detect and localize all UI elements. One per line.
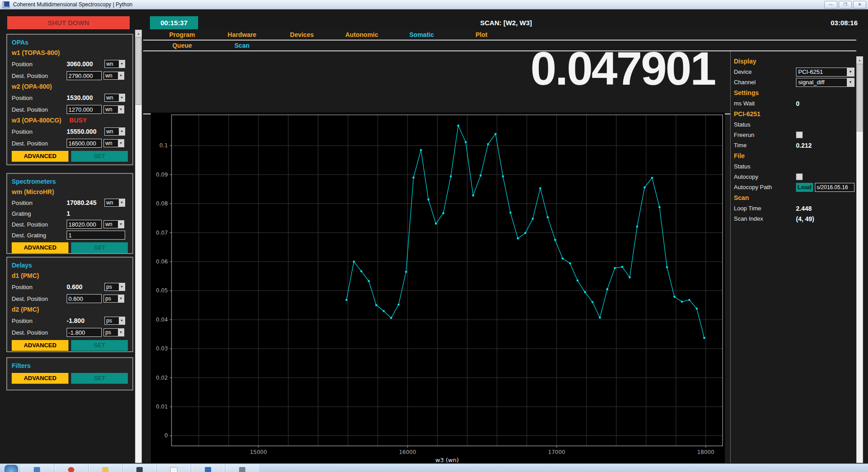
tab-autonomic[interactable]: Autonomic	[332, 30, 392, 40]
tab-hardware[interactable]: Hardware	[212, 30, 272, 40]
browser-icon	[68, 467, 74, 472]
dropdown-arrow-icon[interactable]: ▼	[118, 329, 124, 336]
w1-position-units-dropdown[interactable]: wn ▼	[104, 60, 125, 68]
svg-text:0.1: 0.1	[159, 142, 168, 149]
tab-scan[interactable]: Scan	[212, 41, 272, 50]
scroll-up-icon[interactable]: ▲	[857, 57, 863, 64]
start-button[interactable]	[5, 465, 18, 472]
w1-dest-units-dropdown[interactable]: wn ▼	[104, 72, 124, 80]
taskbar-button-app-window[interactable]	[21, 465, 53, 472]
scroll-up-icon[interactable]: ▲	[136, 30, 141, 37]
w3-position-label: Position	[12, 128, 67, 135]
dropdown-arrow-icon[interactable]: ▼	[847, 68, 854, 76]
settings-section-header: Settings	[734, 89, 759, 96]
maximize-button[interactable]: ❐	[839, 1, 852, 9]
d1-dest-units-dropdown[interactable]: ps ▼	[104, 295, 124, 303]
dropdown-arrow-icon[interactable]: ▼	[118, 106, 124, 113]
wm-position-value: 17080.245	[67, 199, 103, 206]
filters-advanced-button[interactable]: ADVANCED	[12, 373, 68, 384]
d1-dest-input[interactable]	[67, 294, 102, 303]
system-clock: 03:08:16	[831, 19, 858, 27]
delays-set-button[interactable]: SET	[71, 340, 128, 351]
right-scrollbar[interactable]: ▲	[856, 56, 863, 463]
right-scrollbar-thumb[interactable]	[857, 64, 863, 132]
freerun-checkbox[interactable]	[796, 132, 803, 138]
w1-dest-input[interactable]	[67, 71, 102, 80]
device-dropdown[interactable]: PCI-6251 ▼	[796, 68, 854, 77]
scan-index-value: (4, 49)	[796, 215, 814, 222]
w2-dest-units-dropdown[interactable]: wn ▼	[104, 105, 124, 113]
taskbar-button-explorer[interactable]	[192, 465, 224, 472]
d2-dest-units-dropdown[interactable]: ps ▼	[104, 328, 124, 336]
taskbar-button-folder[interactable]	[89, 465, 122, 472]
w2-dest-input[interactable]	[67, 105, 102, 114]
left-scrollbar-thumb[interactable]	[136, 37, 141, 105]
autocopy-path-input[interactable]	[815, 183, 854, 192]
dropdown-arrow-icon[interactable]: ▼	[119, 128, 125, 135]
scan-section-header: Scan	[734, 194, 749, 201]
wm-dest-grating-input[interactable]	[67, 231, 125, 240]
wm-device-name: wm (MicroHR)	[12, 187, 128, 197]
shutdown-button[interactable]: SHUT DOWN	[7, 16, 130, 29]
dropdown-arrow-icon[interactable]: ▼	[119, 60, 125, 68]
dropdown-arrow-icon[interactable]: ▼	[118, 295, 124, 302]
tab-devices[interactable]: Devices	[272, 30, 332, 40]
spectrometers-advanced-button[interactable]: ADVANCED	[12, 242, 68, 253]
acquisition-sidebar: Display Device PCI-6251 ▼ Channel signal…	[734, 56, 854, 224]
w2-position-units-dropdown[interactable]: wn ▼	[104, 94, 125, 102]
w3-dest-input[interactable]	[67, 139, 102, 148]
d2-position-units-dropdown[interactable]: ps ▼	[104, 317, 125, 325]
tab-queue[interactable]: Queue	[152, 41, 212, 50]
d2-position-label: Position	[12, 318, 67, 324]
dropdown-arrow-icon[interactable]: ▼	[847, 78, 854, 86]
left-scrollbar[interactable]: ▲	[135, 30, 142, 463]
svg-text:w3 (wn): w3 (wn)	[435, 457, 459, 463]
close-button[interactable]: ✕	[853, 1, 866, 9]
scan-plot: 1500016000170001800000.010.020.030.040.0…	[151, 113, 725, 463]
opas-panel: OPAs w1 (TOPAS-800) Position 3060.000 wn…	[6, 34, 133, 165]
opas-advanced-button[interactable]: ADVANCED	[12, 151, 68, 162]
svg-text:0.03: 0.03	[156, 345, 168, 352]
title-bar: Coherent Multidimensional Spectroscopy |…	[0, 0, 868, 9]
channel-dropdown[interactable]: signal_diff ▼	[796, 78, 854, 87]
device-label: Device	[734, 68, 796, 75]
tab-somatic[interactable]: Somatic	[392, 30, 452, 40]
dropdown-arrow-icon[interactable]: ▼	[119, 317, 125, 324]
d1-position-label: Position	[12, 284, 67, 290]
dropdown-arrow-icon[interactable]: ▼	[119, 94, 125, 101]
taskbar-button-system[interactable]	[226, 465, 258, 472]
taskbar-button-media[interactable]	[123, 465, 156, 472]
minimize-button[interactable]: —	[824, 1, 837, 9]
taskbar-button-browser[interactable]	[55, 465, 87, 472]
tab-plot[interactable]: Plot	[452, 30, 511, 40]
wm-dest-label: Dest. Position	[12, 221, 67, 228]
wm-dest-units-dropdown[interactable]: wn ▼	[104, 220, 124, 228]
dropdown-arrow-icon[interactable]: ▼	[119, 283, 125, 290]
svg-text:15000: 15000	[250, 449, 267, 455]
d1-position-units-dropdown[interactable]: ps ▼	[104, 283, 125, 291]
d1-dest-label: Dest. Position	[12, 295, 67, 302]
wm-position-units-dropdown[interactable]: wn ▼	[104, 199, 125, 207]
filters-panel: Filters ADVANCED SET	[6, 357, 133, 390]
dropdown-arrow-icon[interactable]: ▼	[118, 140, 124, 147]
filters-set-button[interactable]: SET	[71, 373, 128, 384]
load-path-button[interactable]: Load	[796, 183, 813, 192]
w3-dest-units-dropdown[interactable]: wn ▼	[104, 139, 124, 147]
d1-device-name: d1 (PMC)	[12, 271, 128, 281]
window-title: Coherent Multidimensional Spectroscopy |…	[13, 1, 132, 8]
dropdown-arrow-icon[interactable]: ▼	[119, 199, 125, 206]
wm-dest-input[interactable]	[67, 220, 102, 229]
dropdown-arrow-icon[interactable]: ▼	[118, 72, 124, 79]
taskbar-button-document[interactable]	[158, 465, 190, 472]
spectrometers-set-button[interactable]: SET	[71, 242, 128, 253]
tab-program[interactable]: Program	[152, 30, 212, 40]
ms-wait-value: 0	[796, 100, 800, 107]
autocopy-checkbox[interactable]	[796, 173, 803, 180]
d2-dest-input[interactable]	[67, 328, 102, 337]
w3-position-units-dropdown[interactable]: wn ▼	[104, 127, 125, 136]
top-bar: SHUT DOWN 00:15:37 SCAN: [W2, W3] 03:08:…	[0, 9, 868, 30]
opas-set-button[interactable]: SET	[71, 151, 128, 162]
dropdown-arrow-icon[interactable]: ▼	[118, 221, 124, 228]
delays-advanced-button[interactable]: ADVANCED	[12, 340, 68, 351]
autocopy-path-label: Autocopy Path	[734, 184, 796, 191]
